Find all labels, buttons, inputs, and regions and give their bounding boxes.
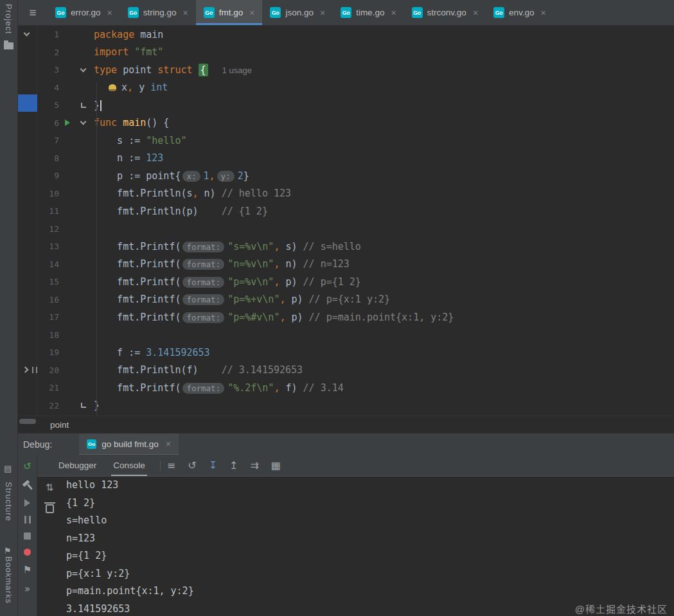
editor-tab-json.go[interactable]: Gojson.go×: [262, 0, 333, 25]
close-icon[interactable]: ×: [320, 8, 325, 18]
resume-icon[interactable]: [24, 499, 30, 507]
line-number[interactable]: 14: [37, 260, 59, 269]
scroll-to-end-icon[interactable]: ⇅: [46, 482, 54, 493]
close-icon[interactable]: ×: [183, 8, 188, 18]
layout-settings-icon[interactable]: ▦: [271, 459, 281, 471]
line-number[interactable]: 8: [37, 154, 59, 163]
line-number[interactable]: 9: [37, 171, 59, 180]
run-icon[interactable]: [65, 119, 70, 126]
scroll-up-icon[interactable]: ↥: [229, 459, 238, 471]
line-number[interactable]: 1: [37, 30, 59, 39]
project-tree-selection[interactable]: [18, 94, 37, 112]
console-panel[interactable]: ⇅ hello 123{1 2}s=hellon=123p={1 2}p={x:…: [37, 477, 674, 616]
line-number[interactable]: 15: [37, 277, 59, 286]
tab-debugger[interactable]: Debugger: [50, 455, 105, 476]
code-text[interactable]: fmt.Printf(format:"p=%#v\n", p) // p=mai…: [94, 312, 674, 323]
code-text[interactable]: fmt.Printf(format:"n=%v\n", n) // n=123: [94, 258, 674, 270]
line-number[interactable]: 19: [37, 348, 59, 357]
code-text[interactable]: fmt.Printf(format:"p=%v\n", p) // p={1 2…: [94, 276, 674, 288]
more-icon[interactable]: »: [24, 584, 30, 594]
pause-icon[interactable]: [24, 516, 31, 524]
close-icon[interactable]: ×: [391, 8, 396, 18]
line-number[interactable]: 18: [37, 330, 59, 340]
clear-console-icon[interactable]: [46, 504, 54, 513]
debug-run-config-tab[interactable]: Go go build fmt.go ×: [79, 434, 179, 455]
line-number[interactable]: 22: [37, 401, 59, 410]
fold-end-icon[interactable]: [81, 103, 86, 108]
line-number[interactable]: 3: [37, 65, 59, 75]
code-text[interactable]: fmt.Printf(format:"p=%+v\n", p) // p={x:…: [94, 294, 674, 305]
step-filter-icon[interactable]: ⇉: [250, 459, 258, 471]
fold-end-icon[interactable]: [81, 403, 86, 408]
stop-icon[interactable]: [24, 532, 31, 540]
line-number[interactable]: 6: [37, 118, 59, 128]
code-text[interactable]: type point struct {1 usage: [94, 64, 674, 76]
code-text[interactable]: f := 3.141592653: [94, 347, 674, 358]
bookmark-icon[interactable]: ⚑: [4, 546, 12, 556]
folder-icon[interactable]: [4, 42, 13, 49]
line-number[interactable]: 7: [37, 136, 59, 145]
code-text[interactable]: }: [94, 100, 674, 111]
view-breakpoints-icon[interactable]: [24, 549, 31, 556]
code-text[interactable]: fmt.Println(f) // 3.141592653: [94, 364, 674, 376]
breadcrumb-item[interactable]: point: [50, 420, 69, 430]
pause-mini-icon[interactable]: [32, 367, 37, 373]
chevron-down-icon[interactable]: [24, 30, 30, 37]
code-text[interactable]: x, y int: [94, 82, 674, 93]
sidebar-item-project[interactable]: Project: [4, 4, 13, 34]
code-text[interactable]: package main: [94, 29, 674, 40]
editor-tab-error.go[interactable]: Goerror.go×: [48, 0, 120, 25]
line-number[interactable]: 11: [37, 206, 59, 216]
tree-scrollbar-thumb[interactable]: [19, 419, 36, 424]
close-icon[interactable]: ×: [107, 8, 112, 18]
line-number[interactable]: 2: [37, 48, 59, 57]
editor-tab-string.go[interactable]: Gostring.go×: [120, 0, 196, 25]
scroll-down-icon[interactable]: ↧: [209, 459, 217, 471]
close-icon[interactable]: ×: [249, 8, 254, 18]
soft-menu-icon[interactable]: ≡: [167, 459, 175, 471]
fold-start-icon[interactable]: [80, 119, 87, 125]
rerun-debug-icon[interactable]: ↺: [23, 461, 31, 471]
code-text[interactable]: func main() {: [94, 117, 674, 128]
line-number[interactable]: 10: [37, 189, 59, 198]
line-number[interactable]: 20: [37, 365, 59, 375]
sidebar-item-bookmarks[interactable]: Bookmarks: [4, 556, 13, 604]
bookmark-flag-icon[interactable]: ⚑: [23, 565, 31, 575]
code-text[interactable]: n := 123: [94, 152, 674, 164]
chevron-right-icon[interactable]: [22, 367, 29, 373]
code-text[interactable]: s := "hello": [94, 135, 674, 146]
line-number[interactable]: 16: [37, 295, 59, 304]
code-text[interactable]: p := point{x:1,y:2}: [94, 170, 674, 182]
line-number[interactable]: 5: [37, 100, 59, 110]
structure-icon[interactable]: ▤: [4, 464, 12, 473]
code-text[interactable]: }: [94, 400, 674, 411]
fold-start-icon[interactable]: [80, 66, 87, 72]
close-icon[interactable]: ×: [473, 8, 478, 18]
sidebar-item-structure[interactable]: Structure: [4, 482, 13, 522]
editor-tab-env.go[interactable]: Goenv.go×: [486, 0, 554, 25]
code-text[interactable]: import "fmt": [94, 46, 674, 58]
tab-console[interactable]: Console: [105, 455, 154, 476]
close-icon[interactable]: ×: [166, 439, 171, 449]
project-tree-strip[interactable]: [18, 26, 37, 416]
line-number[interactable]: 13: [37, 242, 59, 251]
editor-tab-fmt.go[interactable]: Gofmt.go×: [196, 0, 263, 25]
editor-tab-time.go[interactable]: Gotime.go×: [333, 0, 404, 25]
line-number[interactable]: 21: [37, 383, 59, 392]
build-hammer-icon[interactable]: [22, 480, 32, 490]
code-text[interactable]: fmt.Println(p) // {1 2}: [94, 206, 674, 217]
code-editor[interactable]: 1package main2import "fmt"3type point st…: [37, 26, 674, 416]
line-number[interactable]: 17: [37, 312, 59, 322]
code-text[interactable]: fmt.Println(s, n) // hello 123: [94, 188, 674, 199]
intention-bulb-icon[interactable]: [109, 84, 116, 91]
tab-label: strconv.go: [427, 8, 466, 17]
line-number[interactable]: 4: [37, 83, 59, 92]
rerun-icon[interactable]: ↺: [188, 459, 196, 471]
editor-tab-strconv.go[interactable]: Gostrconv.go×: [404, 0, 486, 25]
gutter: 2: [37, 48, 94, 57]
code-text[interactable]: fmt.Printf(format:"s=%v\n", s) // s=hell…: [94, 241, 674, 252]
code-text[interactable]: fmt.Printf(format:"%.2f\n", f) // 3.14: [94, 382, 674, 394]
line-number[interactable]: 12: [37, 224, 59, 234]
hamburger-menu-icon[interactable]: ≡: [18, 0, 48, 25]
close-icon[interactable]: ×: [541, 8, 546, 18]
